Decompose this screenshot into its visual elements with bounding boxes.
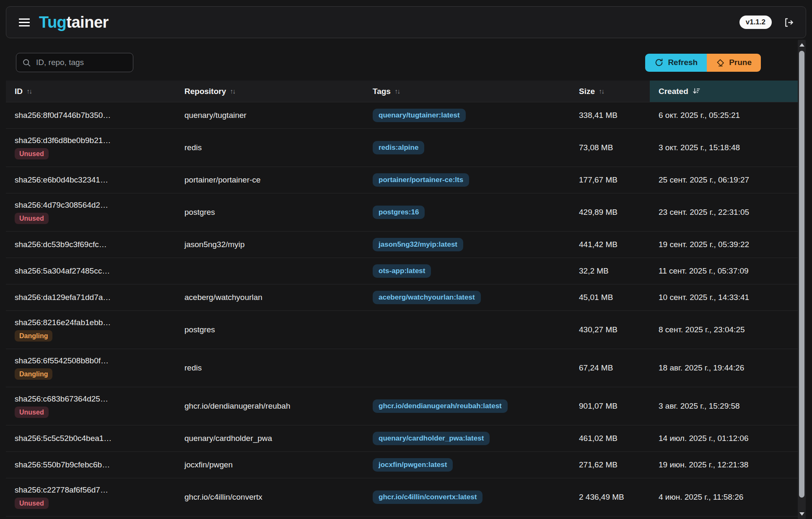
- cell-image-id: sha256:6f5542508b8b0f…Dangling: [6, 349, 176, 387]
- column-header-size[interactable]: Size↑↓: [570, 81, 650, 102]
- cell-created: 10 сент. 2025 г., 14:33:41: [650, 284, 798, 310]
- table-row[interactable]: sha256:da129efa71dd7a…aceberg/watchyourl…: [6, 284, 798, 310]
- app-logo: Tugtainer: [39, 14, 109, 30]
- search-icon: [22, 58, 31, 67]
- table-row[interactable]: sha256:d3f6d8be0b9b21…Unusedredisredis:a…: [6, 128, 798, 167]
- sort-toggle-icon: ↑↓: [230, 88, 235, 95]
- image-id: sha256:e6b0d4bc32341…: [15, 175, 108, 185]
- prune-label: Prune: [729, 58, 752, 67]
- cell-tags: aceberg/watchyourlan:latest: [364, 284, 570, 310]
- menu-bar: [19, 25, 30, 26]
- cell-created: 19 сент. 2025 г., 05:39:22: [650, 232, 798, 258]
- cell-repository: quenary/cardholder_pwa: [176, 425, 364, 451]
- table-row[interactable]: sha256:4d79c308564d2…Unusedpostgrespostg…: [6, 193, 798, 231]
- tag-chip: postgres:16: [373, 206, 425, 219]
- table-row[interactable]: sha256:8f0d7446b7b350…quenary/tugtainerq…: [6, 102, 798, 128]
- cell-size: 32,2 MB: [570, 258, 650, 284]
- cell-created: 17 янв. 2025 г., 02:16:23: [650, 516, 798, 519]
- cell-image-id: sha256:e6b0d4bc32341…: [6, 167, 176, 193]
- column-label: Repository: [184, 87, 226, 96]
- cell-size: 271,62 MB: [570, 452, 650, 478]
- tag-chip: ghcr.io/c4illin/convertx:latest: [373, 490, 483, 504]
- table-row[interactable]: sha256:e6b0d4bc32341…portainer/portainer…: [6, 167, 798, 193]
- refresh-button[interactable]: Refresh: [645, 54, 707, 72]
- action-buttons: Refresh Prune: [645, 54, 761, 72]
- cell-repository: [176, 258, 364, 284]
- status-badge-dangling: Dangling: [15, 330, 52, 342]
- cell-tags: ghcr.io/c4illin/convertx:latest: [364, 478, 570, 516]
- table-row[interactable]: sha256:f46e14fb79000e…boky/postfixboky/p…: [6, 516, 798, 519]
- prune-button[interactable]: Prune: [707, 54, 761, 72]
- logout-button[interactable]: [783, 17, 794, 28]
- cell-size: 45,01 MB: [570, 284, 650, 310]
- tag-chip: ghcr.io/dendianugerah/reubah:latest: [373, 399, 508, 413]
- images-table: ID↑↓Repository↑↓Tags↑↓Size↑↓Created sha2…: [6, 81, 798, 519]
- cell-image-id: sha256:c22778af6f56d7…Unused: [6, 478, 176, 516]
- cell-tags: postgres:16: [364, 193, 570, 231]
- sort-toggle-icon: ↑↓: [599, 88, 604, 95]
- header-left: Tugtainer: [19, 14, 109, 30]
- cell-image-id: sha256:8216e24fab1ebb…Dangling: [6, 311, 176, 349]
- cell-repository: quenary/tugtainer: [176, 102, 364, 128]
- cell-created: 19 июн. 2025 г., 12:21:38: [650, 452, 798, 478]
- column-header-repository[interactable]: Repository↑↓: [176, 81, 364, 102]
- cell-repository: aceberg/watchyourlan: [176, 284, 364, 310]
- logout-icon: [783, 17, 794, 28]
- image-id: sha256:8216e24fab1ebb…: [15, 318, 111, 327]
- table-row[interactable]: sha256:5c5c52b0c4bea1…quenary/cardholder…: [6, 425, 798, 451]
- menu-icon[interactable]: [19, 18, 30, 26]
- table-header-row: ID↑↓Repository↑↓Tags↑↓Size↑↓Created: [6, 81, 798, 102]
- cell-created: 14 июл. 2025 г., 01:12:06: [650, 425, 798, 451]
- cell-repository: jason5ng32/myip: [176, 232, 364, 258]
- cell-image-id: sha256:8f0d7446b7b350…: [6, 102, 176, 128]
- table-row[interactable]: sha256:5a304af27485cc…ots-app:latest32,2…: [6, 258, 798, 284]
- cell-size: 429,89 MB: [570, 193, 650, 231]
- table-row[interactable]: sha256:550b7b9cfebc6b…jocxfin/pwgenjocxf…: [6, 451, 798, 478]
- table-row[interactable]: sha256:c683b67364d25…Unusedghcr.io/dendi…: [6, 387, 798, 425]
- tag-chip: aceberg/watchyourlan:latest: [373, 291, 481, 304]
- scrollbar-thumb[interactable]: [799, 51, 804, 498]
- tag-chip: jason5ng32/myip:latest: [373, 238, 463, 251]
- cell-repository: portainer/portainer-ce: [176, 167, 364, 193]
- table-row[interactable]: sha256:c22778af6f56d7…Unusedghcr.io/c4il…: [6, 478, 798, 516]
- cell-size: 441,42 MB: [570, 232, 650, 258]
- scroll-down-icon[interactable]: [798, 510, 806, 518]
- cell-image-id: sha256:4d79c308564d2…Unused: [6, 193, 176, 231]
- search-box[interactable]: [16, 53, 133, 72]
- status-badge-unused: Unused: [15, 148, 49, 159]
- cell-created: 23 сент. 2025 г., 22:31:05: [650, 193, 798, 231]
- menu-bar: [19, 18, 30, 20]
- scroll-up-icon[interactable]: [798, 41, 806, 49]
- app-logo-primary: Tug: [39, 13, 66, 31]
- search-input[interactable]: [36, 58, 127, 67]
- table-row[interactable]: sha256:8216e24fab1ebb…Danglingpostgres43…: [6, 310, 798, 349]
- cell-created: 3 окт. 2025 г., 15:18:48: [650, 129, 798, 167]
- cell-tags: jason5ng32/myip:latest: [364, 232, 570, 258]
- cell-size: 461,02 MB: [570, 425, 650, 451]
- column-header-created[interactable]: Created: [650, 81, 798, 102]
- column-header-tags[interactable]: Tags↑↓: [364, 81, 570, 102]
- vertical-scrollbar[interactable]: [798, 40, 806, 519]
- image-id: sha256:c22778af6f56d7…: [15, 485, 108, 495]
- cell-repository: redis: [176, 349, 364, 387]
- table-row[interactable]: sha256:dc53b9c3f69cfc…jason5ng32/myipjas…: [6, 231, 798, 258]
- cell-tags: redis:alpine: [364, 129, 570, 167]
- column-header-id[interactable]: ID↑↓: [6, 81, 176, 102]
- cell-tags: ghcr.io/dendianugerah/reubah:latest: [364, 387, 570, 425]
- eraser-icon: [716, 58, 725, 67]
- cell-tags: quenary/cardholder_pwa:latest: [364, 425, 570, 451]
- cell-repository: boky/postfix: [176, 516, 364, 519]
- tag-chip: quenary/tugtainer:latest: [373, 109, 466, 122]
- cell-size: 73,08 MB: [570, 129, 650, 167]
- table-row[interactable]: sha256:6f5542508b8b0f…Danglingredis67,24…: [6, 349, 798, 387]
- refresh-icon: [654, 58, 664, 67]
- sort-toggle-icon: ↑↓: [26, 88, 31, 95]
- image-id: sha256:8f0d7446b7b350…: [15, 111, 111, 120]
- cell-size: 901,07 MB: [570, 387, 650, 425]
- cell-tags: boky/postfix:latest: [364, 516, 570, 519]
- tag-chip: redis:alpine: [373, 141, 424, 154]
- cell-repository: ghcr.io/dendianugerah/reubah: [176, 387, 364, 425]
- cell-repository: postgres: [176, 311, 364, 349]
- tag-chip: quenary/cardholder_pwa:latest: [373, 432, 490, 445]
- toolbar: Refresh Prune: [16, 53, 761, 72]
